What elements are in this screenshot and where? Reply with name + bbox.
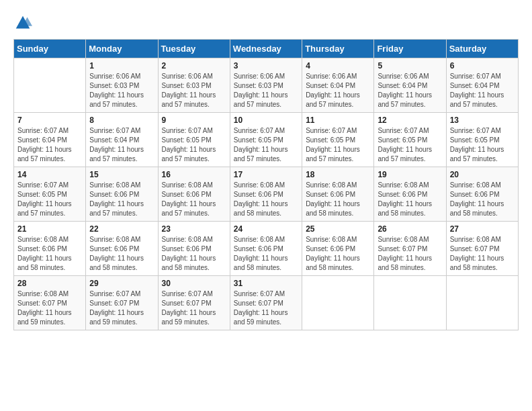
day-number: 30 xyxy=(162,279,226,288)
calendar-cell: 16Sunrise: 6:08 AM Sunset: 6:06 PM Dayli… xyxy=(158,167,230,222)
day-info: Sunrise: 6:08 AM Sunset: 6:06 PM Dayligh… xyxy=(17,235,82,273)
day-info: Sunrise: 6:07 AM Sunset: 6:07 PM Dayligh… xyxy=(162,289,226,327)
day-number: 8 xyxy=(89,116,154,125)
calendar-cell xyxy=(446,276,518,330)
day-info: Sunrise: 6:08 AM Sunset: 6:06 PM Dayligh… xyxy=(162,235,226,273)
day-number: 1 xyxy=(89,61,154,71)
day-number: 4 xyxy=(306,61,370,71)
calendar-cell: 23Sunrise: 6:08 AM Sunset: 6:06 PM Dayli… xyxy=(158,222,230,276)
day-number: 25 xyxy=(306,224,370,234)
calendar-cell: 4Sunrise: 6:06 AM Sunset: 6:04 PM Daylig… xyxy=(302,58,374,113)
calendar-cell: 13Sunrise: 6:07 AM Sunset: 6:05 PM Dayli… xyxy=(446,113,518,167)
calendar-week-row: 28Sunrise: 6:08 AM Sunset: 6:07 PM Dayli… xyxy=(14,276,519,330)
day-number: 14 xyxy=(17,170,82,179)
column-header-sunday: Sunday xyxy=(14,40,86,58)
calendar-cell: 27Sunrise: 6:08 AM Sunset: 6:07 PM Dayli… xyxy=(446,222,518,276)
calendar-cell: 10Sunrise: 6:07 AM Sunset: 6:05 PM Dayli… xyxy=(230,113,302,167)
column-header-saturday: Saturday xyxy=(446,40,518,58)
day-info: Sunrise: 6:08 AM Sunset: 6:06 PM Dayligh… xyxy=(89,181,154,218)
calendar-cell: 1Sunrise: 6:06 AM Sunset: 6:03 PM Daylig… xyxy=(86,58,158,113)
day-number: 10 xyxy=(234,116,298,125)
day-info: Sunrise: 6:07 AM Sunset: 6:05 PM Dayligh… xyxy=(234,126,298,164)
day-number: 7 xyxy=(17,116,82,125)
page-header xyxy=(13,13,519,32)
day-info: Sunrise: 6:08 AM Sunset: 6:06 PM Dayligh… xyxy=(450,181,515,218)
day-number: 18 xyxy=(306,170,370,179)
column-header-friday: Friday xyxy=(374,40,446,58)
day-info: Sunrise: 6:07 AM Sunset: 6:04 PM Dayligh… xyxy=(17,126,82,164)
calendar-cell: 29Sunrise: 6:07 AM Sunset: 6:07 PM Dayli… xyxy=(86,276,158,330)
calendar-cell: 19Sunrise: 6:08 AM Sunset: 6:06 PM Dayli… xyxy=(374,167,446,222)
logo xyxy=(13,13,35,32)
day-number: 17 xyxy=(234,170,298,179)
day-number: 24 xyxy=(234,224,298,234)
calendar-week-row: 1Sunrise: 6:06 AM Sunset: 6:03 PM Daylig… xyxy=(14,58,519,113)
day-info: Sunrise: 6:07 AM Sunset: 6:04 PM Dayligh… xyxy=(89,126,154,164)
day-info: Sunrise: 6:08 AM Sunset: 6:07 PM Dayligh… xyxy=(17,289,82,327)
day-number: 16 xyxy=(162,170,226,179)
calendar-cell: 17Sunrise: 6:08 AM Sunset: 6:06 PM Dayli… xyxy=(230,167,302,222)
day-info: Sunrise: 6:07 AM Sunset: 6:07 PM Dayligh… xyxy=(89,289,154,327)
logo-icon xyxy=(13,13,32,32)
day-number: 6 xyxy=(450,61,515,71)
calendar-cell: 31Sunrise: 6:07 AM Sunset: 6:07 PM Dayli… xyxy=(230,276,302,330)
day-info: Sunrise: 6:08 AM Sunset: 6:06 PM Dayligh… xyxy=(234,181,298,218)
calendar-cell: 26Sunrise: 6:08 AM Sunset: 6:07 PM Dayli… xyxy=(374,222,446,276)
day-info: Sunrise: 6:07 AM Sunset: 6:05 PM Dayligh… xyxy=(378,126,442,164)
calendar-cell: 21Sunrise: 6:08 AM Sunset: 6:06 PM Dayli… xyxy=(14,222,86,276)
day-number: 13 xyxy=(450,116,515,125)
day-info: Sunrise: 6:08 AM Sunset: 6:06 PM Dayligh… xyxy=(306,235,370,273)
calendar-cell xyxy=(14,58,86,113)
day-info: Sunrise: 6:08 AM Sunset: 6:06 PM Dayligh… xyxy=(162,181,226,218)
day-info: Sunrise: 6:07 AM Sunset: 6:05 PM Dayligh… xyxy=(17,181,82,218)
calendar-cell: 9Sunrise: 6:07 AM Sunset: 6:05 PM Daylig… xyxy=(158,113,230,167)
calendar-table: SundayMondayTuesdayWednesdayThursdayFrid… xyxy=(13,39,519,330)
day-number: 5 xyxy=(378,61,442,71)
calendar-cell: 24Sunrise: 6:08 AM Sunset: 6:06 PM Dayli… xyxy=(230,222,302,276)
day-info: Sunrise: 6:08 AM Sunset: 6:07 PM Dayligh… xyxy=(378,235,442,273)
day-number: 2 xyxy=(162,61,226,71)
day-info: Sunrise: 6:07 AM Sunset: 6:05 PM Dayligh… xyxy=(306,126,370,164)
column-header-wednesday: Wednesday xyxy=(230,40,302,58)
calendar-cell: 20Sunrise: 6:08 AM Sunset: 6:06 PM Dayli… xyxy=(446,167,518,222)
calendar-cell xyxy=(374,276,446,330)
day-number: 23 xyxy=(162,224,226,234)
column-header-tuesday: Tuesday xyxy=(158,40,230,58)
calendar-week-row: 14Sunrise: 6:07 AM Sunset: 6:05 PM Dayli… xyxy=(14,167,519,222)
column-header-thursday: Thursday xyxy=(302,40,374,58)
calendar-cell: 25Sunrise: 6:08 AM Sunset: 6:06 PM Dayli… xyxy=(302,222,374,276)
day-number: 28 xyxy=(17,279,82,288)
day-info: Sunrise: 6:08 AM Sunset: 6:06 PM Dayligh… xyxy=(306,181,370,218)
day-number: 21 xyxy=(17,224,82,234)
day-number: 12 xyxy=(378,116,442,125)
calendar-cell: 7Sunrise: 6:07 AM Sunset: 6:04 PM Daylig… xyxy=(14,113,86,167)
calendar-cell: 30Sunrise: 6:07 AM Sunset: 6:07 PM Dayli… xyxy=(158,276,230,330)
calendar-cell: 11Sunrise: 6:07 AM Sunset: 6:05 PM Dayli… xyxy=(302,113,374,167)
calendar-cell: 12Sunrise: 6:07 AM Sunset: 6:05 PM Dayli… xyxy=(374,113,446,167)
day-info: Sunrise: 6:06 AM Sunset: 6:04 PM Dayligh… xyxy=(378,72,442,109)
calendar-cell: 2Sunrise: 6:06 AM Sunset: 6:03 PM Daylig… xyxy=(158,58,230,113)
day-number: 29 xyxy=(89,279,154,288)
calendar-cell: 3Sunrise: 6:06 AM Sunset: 6:03 PM Daylig… xyxy=(230,58,302,113)
day-number: 22 xyxy=(89,224,154,234)
calendar-week-row: 7Sunrise: 6:07 AM Sunset: 6:04 PM Daylig… xyxy=(14,113,519,167)
day-info: Sunrise: 6:06 AM Sunset: 6:04 PM Dayligh… xyxy=(306,72,370,109)
day-info: Sunrise: 6:06 AM Sunset: 6:03 PM Dayligh… xyxy=(234,72,298,109)
calendar-cell: 14Sunrise: 6:07 AM Sunset: 6:05 PM Dayli… xyxy=(14,167,86,222)
day-info: Sunrise: 6:07 AM Sunset: 6:05 PM Dayligh… xyxy=(450,126,515,164)
calendar-cell: 8Sunrise: 6:07 AM Sunset: 6:04 PM Daylig… xyxy=(86,113,158,167)
day-number: 11 xyxy=(306,116,370,125)
day-info: Sunrise: 6:07 AM Sunset: 6:07 PM Dayligh… xyxy=(234,289,298,327)
day-number: 3 xyxy=(234,61,298,71)
calendar-cell: 15Sunrise: 6:08 AM Sunset: 6:06 PM Dayli… xyxy=(86,167,158,222)
calendar-week-row: 21Sunrise: 6:08 AM Sunset: 6:06 PM Dayli… xyxy=(14,222,519,276)
day-number: 20 xyxy=(450,170,515,179)
calendar-cell: 5Sunrise: 6:06 AM Sunset: 6:04 PM Daylig… xyxy=(374,58,446,113)
calendar-cell: 18Sunrise: 6:08 AM Sunset: 6:06 PM Dayli… xyxy=(302,167,374,222)
column-header-monday: Monday xyxy=(86,40,158,58)
day-info: Sunrise: 6:08 AM Sunset: 6:06 PM Dayligh… xyxy=(89,235,154,273)
calendar-cell: 6Sunrise: 6:07 AM Sunset: 6:04 PM Daylig… xyxy=(446,58,518,113)
day-number: 27 xyxy=(450,224,515,234)
calendar-header-row: SundayMondayTuesdayWednesdayThursdayFrid… xyxy=(14,40,519,58)
calendar-cell: 28Sunrise: 6:08 AM Sunset: 6:07 PM Dayli… xyxy=(14,276,86,330)
